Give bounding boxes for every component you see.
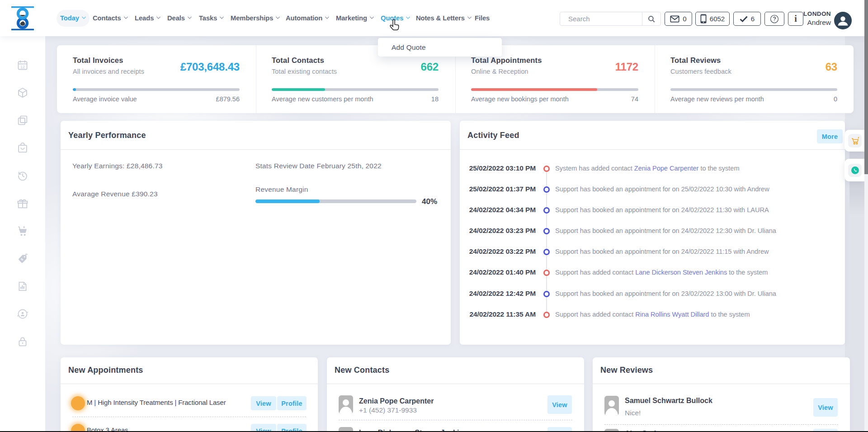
svg-text:12: 12 [20, 65, 25, 69]
